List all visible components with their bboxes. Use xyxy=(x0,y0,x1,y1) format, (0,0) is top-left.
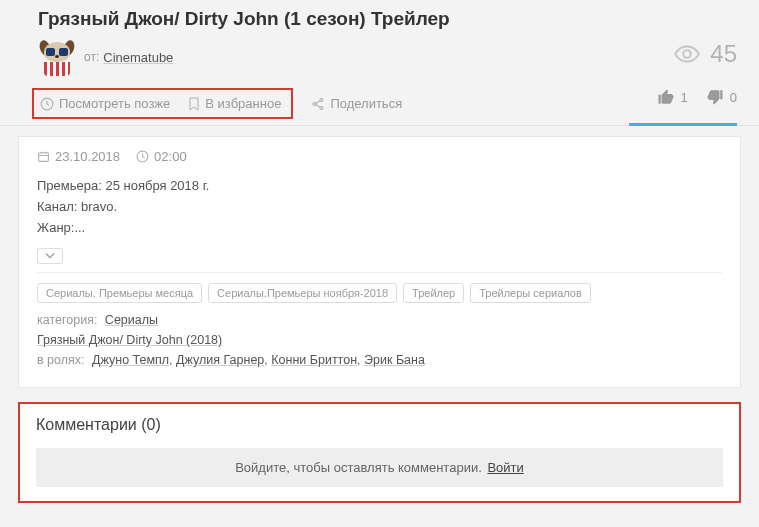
highlighted-actions-group: Посмотреть позже В избранное xyxy=(32,88,293,119)
page-title: Грязный Джон/ Dirty John (1 сезон) Трейл… xyxy=(38,8,741,30)
bookmark-icon xyxy=(188,97,200,111)
tag[interactable]: Сериалы. Премьеры месяца xyxy=(37,283,202,303)
login-link[interactable]: Войти xyxy=(487,460,523,475)
calendar-icon xyxy=(37,150,50,163)
cast-label: в ролях: xyxy=(37,353,85,367)
clock-icon xyxy=(40,97,54,111)
desc-line: Жанр:... xyxy=(37,218,722,239)
author-avatar[interactable] xyxy=(38,38,76,76)
author-link[interactable]: Cinematube xyxy=(103,50,173,65)
favorite-label: В избранное xyxy=(205,96,281,111)
tag[interactable]: Трейлеры сериалов xyxy=(470,283,591,303)
tag-list: Сериалы. Премьеры месяца Сериалы.Премьер… xyxy=(37,283,722,303)
login-prompt-text: Войдите, чтобы оставлять комментарии. xyxy=(235,460,482,475)
chevron-down-icon xyxy=(45,252,55,260)
series-title-link[interactable]: Грязный Джон/ Dirty John (2018) xyxy=(37,333,222,347)
views-icon xyxy=(674,45,700,63)
description: Премьера: 25 ноября 2018 г. Канал: bravo… xyxy=(37,176,722,238)
thumb-up-icon xyxy=(657,88,675,106)
share-label: Поделиться xyxy=(330,96,402,111)
watch-later-button[interactable]: Посмотреть позже xyxy=(40,96,170,111)
login-prompt-bar: Войдите, чтобы оставлять комментарии. Во… xyxy=(36,448,723,487)
desc-line: Премьера: 25 ноября 2018 г. xyxy=(37,176,722,197)
clock-icon xyxy=(136,150,149,163)
cast-link[interactable]: Конни Бриттон xyxy=(271,353,357,367)
views-count: 45 xyxy=(710,40,737,68)
category-label: категория: xyxy=(37,313,97,327)
thumb-down-icon xyxy=(706,88,724,106)
from-label: от: xyxy=(84,50,99,64)
svg-point-0 xyxy=(684,50,692,58)
favorite-button[interactable]: В избранное xyxy=(188,96,281,111)
category-link[interactable]: Сериалы xyxy=(105,313,158,327)
comments-section: Комментарии (0) Войдите, чтобы оставлять… xyxy=(18,402,741,503)
dislike-button[interactable]: 0 xyxy=(706,88,737,106)
comments-title: Комментарии (0) xyxy=(36,416,723,434)
duration-value: 02:00 xyxy=(154,149,187,164)
duration: 02:00 xyxy=(136,149,187,164)
video-info-card: 23.10.2018 02:00 Премьера: 25 ноября 201… xyxy=(18,136,741,388)
cast-link[interactable]: Джуно Темпл xyxy=(92,353,169,367)
dislike-count: 0 xyxy=(730,90,737,105)
desc-line: Канал: bravo. xyxy=(37,197,722,218)
cast-link[interactable]: Джулия Гарнер xyxy=(176,353,264,367)
like-button[interactable]: 1 xyxy=(657,88,688,106)
tag[interactable]: Трейлер xyxy=(403,283,464,303)
share-icon xyxy=(311,97,325,111)
share-button[interactable]: Поделиться xyxy=(311,96,402,111)
svg-rect-5 xyxy=(39,153,49,162)
like-ratio-bar xyxy=(629,123,737,126)
tag[interactable]: Сериалы.Премьеры ноября-2018 xyxy=(208,283,397,303)
publish-date: 23.10.2018 xyxy=(37,149,120,164)
expand-description-button[interactable] xyxy=(37,248,63,264)
watch-later-label: Посмотреть позже xyxy=(59,96,170,111)
like-count: 1 xyxy=(681,90,688,105)
publish-date-value: 23.10.2018 xyxy=(55,149,120,164)
cast-link[interactable]: Эрик Бана xyxy=(364,353,425,367)
